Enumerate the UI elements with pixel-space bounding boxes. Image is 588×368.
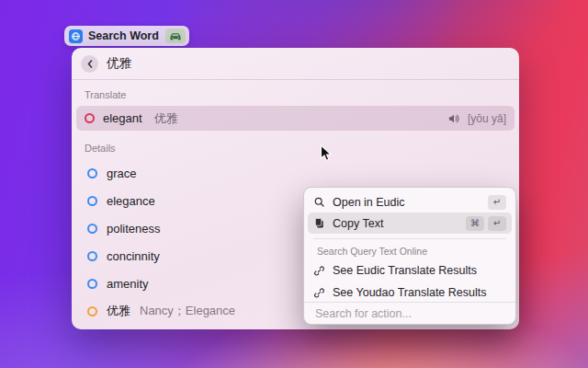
menu-section-label: Search Query Text Online: [317, 246, 503, 257]
speaker-icon[interactable]: [447, 112, 460, 125]
bullet-ring-icon: [85, 113, 95, 123]
detail-text: grace: [107, 167, 137, 180]
bullet-ring-icon: [87, 196, 97, 206]
detail-text: concinnity: [107, 249, 160, 263]
menu-item-open-in-eudic[interactable]: Open in Eudic ↵: [308, 191, 512, 213]
car-icon: [165, 29, 186, 43]
translation-text: 优雅: [154, 110, 178, 127]
desktop: Search Word 优雅 Translate elegant 优雅: [0, 0, 588, 368]
menu-item-label: See Eudic Translate Results: [333, 264, 477, 277]
bullet-ring-icon: [87, 168, 97, 178]
bullet-ring-icon: [87, 306, 97, 316]
search-icon: [313, 196, 325, 208]
translate-app-icon: [69, 29, 83, 43]
actions-menu: Open in Eudic ↵ Copy Text ⌘ ↵ Search Que…: [303, 187, 516, 325]
link-icon: [313, 265, 325, 277]
panel-header: 优雅: [72, 48, 519, 80]
pronunciation: [yōu yǎ]: [468, 112, 506, 125]
menu-item-label: Copy Text: [333, 217, 383, 230]
bullet-ring-icon: [87, 279, 97, 289]
return-keycap: ↵: [488, 195, 506, 210]
translate-section-label: Translate: [85, 89, 506, 100]
detail-text: amenity: [107, 277, 149, 291]
action-search-bar: [304, 302, 515, 324]
link-icon: [313, 287, 325, 299]
detail-text: 优雅: [107, 303, 130, 319]
back-button[interactable]: [81, 55, 98, 73]
chevron-left-icon: [86, 60, 94, 68]
bullet-ring-icon: [87, 251, 97, 261]
details-section-label: Details: [85, 143, 506, 154]
menu-item-copy-text[interactable]: Copy Text ⌘ ↵: [308, 213, 512, 234]
menu-divider: [313, 238, 506, 239]
copy-icon: [313, 217, 325, 229]
search-word-pill[interactable]: Search Word: [64, 26, 189, 46]
detail-text: politeness: [107, 222, 161, 236]
detail-item[interactable]: grace: [72, 159, 519, 187]
pill-label: Search Word: [88, 29, 159, 42]
page-title: 优雅: [107, 55, 131, 72]
translated-word: elegant: [103, 111, 142, 125]
detail-secondary-text: Nancy；Elegance: [140, 303, 235, 319]
menu-item-see-youdao-results[interactable]: See Youdao Translate Results: [308, 282, 512, 304]
translate-result-row[interactable]: elegant 优雅 [yōu yǎ]: [76, 106, 514, 131]
detail-text: elegance: [107, 194, 155, 208]
command-keycap: ⌘: [466, 216, 484, 231]
menu-item-label: Open in Eudic: [333, 196, 405, 209]
menu-item-see-eudic-results[interactable]: See Eudic Translate Results: [308, 259, 512, 282]
menu-item-label: See Youdao Translate Results: [333, 286, 486, 299]
return-keycap: ↵: [488, 216, 506, 231]
bullet-ring-icon: [87, 224, 97, 234]
action-search-input[interactable]: [313, 306, 506, 321]
